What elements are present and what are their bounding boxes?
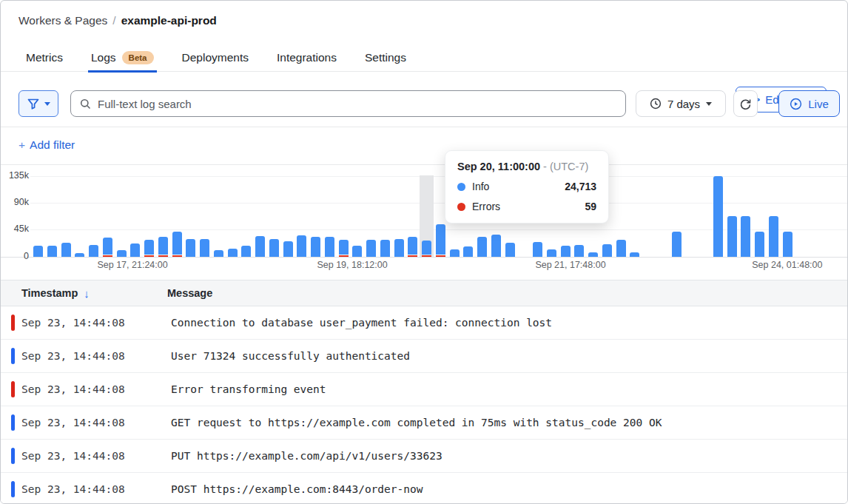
info-bar[interactable] xyxy=(755,232,764,257)
info-bar[interactable] xyxy=(602,244,612,257)
errors-bar-segment[interactable] xyxy=(158,255,168,258)
errors-bar-segment[interactable] xyxy=(172,255,182,258)
log-message: Connection to database user_payment fail… xyxy=(171,317,552,329)
log-level-indicator xyxy=(11,381,15,397)
info-bar[interactable] xyxy=(283,241,293,257)
info-bar[interactable] xyxy=(352,246,362,257)
tooltip-time: Sep 20, 11:00:00 xyxy=(457,161,540,172)
log-row[interactable]: Sep 23, 14:44:08 POST https://example.co… xyxy=(1,473,847,503)
log-timestamp: Sep 23, 14:44:08 xyxy=(21,450,171,462)
plus-icon: + xyxy=(18,138,25,151)
workers-logs-page: Workers & Pages/example-api-prod Metrics… xyxy=(0,0,848,504)
info-bar[interactable] xyxy=(769,216,778,257)
info-bar[interactable] xyxy=(436,224,445,255)
info-bar[interactable] xyxy=(61,243,71,257)
info-bar[interactable] xyxy=(491,235,501,257)
info-bar[interactable] xyxy=(255,236,265,257)
info-bar[interactable] xyxy=(117,250,127,257)
x-axis-line xyxy=(1,257,847,258)
tab-metrics[interactable]: Metrics xyxy=(26,44,63,72)
info-bar[interactable] xyxy=(672,232,682,257)
y-axis-tick: 90k xyxy=(1,197,29,207)
log-message: Error transforming event xyxy=(171,383,326,395)
tab-deployments[interactable]: Deployments xyxy=(182,44,249,72)
info-bar[interactable] xyxy=(727,216,737,257)
log-row[interactable]: Sep 23, 14:44:08 PUT https://example.com… xyxy=(1,440,847,473)
log-row[interactable]: Sep 23, 14:44:08 User 71324 successfully… xyxy=(1,340,847,373)
live-button[interactable]: Live xyxy=(778,90,840,117)
info-bar[interactable] xyxy=(741,216,750,257)
info-bar[interactable] xyxy=(422,241,431,255)
info-bar[interactable] xyxy=(713,176,723,257)
info-bar[interactable] xyxy=(103,238,112,255)
info-bar[interactable] xyxy=(130,243,140,257)
clock-icon xyxy=(650,98,662,110)
info-bar[interactable] xyxy=(75,253,84,257)
log-row[interactable]: Sep 23, 14:44:08 Error transforming even… xyxy=(1,373,847,406)
info-bar[interactable] xyxy=(214,250,223,257)
log-search-box[interactable] xyxy=(70,90,626,117)
tab-logs[interactable]: Logs Beta xyxy=(91,44,154,72)
beta-badge: Beta xyxy=(122,51,154,64)
errors-bar-segment[interactable] xyxy=(436,255,445,258)
info-bar[interactable] xyxy=(394,239,404,257)
errors-bar-segment[interactable] xyxy=(103,255,112,258)
add-filter-label: Add filter xyxy=(30,138,75,151)
column-header-message[interactable]: Message xyxy=(167,287,212,299)
add-filter-button[interactable]: +Add filter xyxy=(18,138,75,152)
log-level-indicator xyxy=(11,348,15,364)
info-bar[interactable] xyxy=(630,252,639,257)
log-rows: Sep 23, 14:44:08 Connection to database … xyxy=(1,306,847,503)
errors-bar-segment[interactable] xyxy=(144,255,154,258)
breadcrumb-parent[interactable]: Workers & Pages xyxy=(18,14,107,27)
x-axis-tick: Sep 21, 17:48:00 xyxy=(519,260,622,270)
info-bar[interactable] xyxy=(47,246,57,257)
info-bar[interactable] xyxy=(325,237,334,257)
info-bar[interactable] xyxy=(200,239,209,257)
refresh-button[interactable] xyxy=(733,90,758,117)
info-bar[interactable] xyxy=(186,239,195,257)
search-input[interactable] xyxy=(98,98,616,110)
log-volume-chart[interactable]: 135k90k45k0Sep 17, 21:24:00Sep 19, 18:12… xyxy=(1,165,847,276)
column-header-timestamp[interactable]: Timestamp ↓ xyxy=(1,287,167,300)
errors-bar-segment[interactable] xyxy=(339,255,349,258)
info-bar[interactable] xyxy=(380,240,390,257)
info-bar[interactable] xyxy=(172,232,182,255)
info-bar[interactable] xyxy=(158,237,168,255)
log-timestamp: Sep 23, 14:44:08 xyxy=(21,317,171,329)
info-bar[interactable] xyxy=(533,242,542,257)
info-bar[interactable] xyxy=(477,237,487,257)
log-row[interactable]: Sep 23, 14:44:08 Connection to database … xyxy=(1,306,847,340)
breadcrumb-current: example-api-prod xyxy=(121,14,217,27)
info-bar[interactable] xyxy=(366,240,376,257)
info-bar[interactable] xyxy=(616,240,626,257)
info-bar[interactable] xyxy=(269,239,279,257)
time-range-label: 7 days xyxy=(667,98,700,110)
info-bar[interactable] xyxy=(547,249,556,257)
sort-down-icon[interactable]: ↓ xyxy=(84,287,90,300)
info-bar[interactable] xyxy=(228,249,238,257)
info-bar[interactable] xyxy=(297,235,306,257)
info-bar[interactable] xyxy=(89,245,98,257)
tooltip-errors-label: Errors xyxy=(472,201,500,212)
info-bar[interactable] xyxy=(574,245,584,257)
errors-bar-segment[interactable] xyxy=(408,255,417,258)
info-bar[interactable] xyxy=(505,243,515,257)
info-bar[interactable] xyxy=(144,240,154,255)
info-bar[interactable] xyxy=(408,237,417,255)
filter-menu-button[interactable] xyxy=(18,90,58,117)
info-bar[interactable] xyxy=(33,246,43,257)
tab-integrations[interactable]: Integrations xyxy=(277,44,337,72)
time-range-dropdown[interactable]: 7 days xyxy=(636,90,726,117)
info-bar[interactable] xyxy=(241,246,251,257)
errors-bar-segment[interactable] xyxy=(422,255,431,258)
info-bar[interactable] xyxy=(311,237,320,257)
log-row[interactable]: Sep 23, 14:44:08 GET request to https://… xyxy=(1,406,847,440)
info-bar[interactable] xyxy=(783,232,793,257)
info-bar[interactable] xyxy=(450,249,460,257)
info-bar[interactable] xyxy=(561,246,571,257)
info-bar[interactable] xyxy=(588,252,598,257)
info-bar[interactable] xyxy=(339,240,349,255)
tab-settings[interactable]: Settings xyxy=(365,44,406,72)
info-bar[interactable] xyxy=(463,246,473,257)
